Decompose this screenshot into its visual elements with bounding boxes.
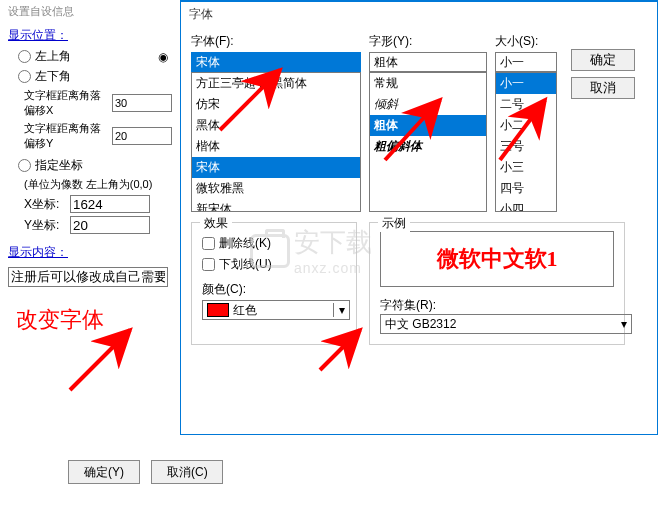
list-item[interactable]: 二号 <box>496 94 556 115</box>
color-name: 红色 <box>233 302 257 319</box>
position-group-label: 显示位置： <box>8 27 172 44</box>
x-input[interactable] <box>70 195 150 213</box>
offset-x-input[interactable] <box>112 94 172 112</box>
radio-bottomleft-label: 左下角 <box>35 68 71 85</box>
radio-coord[interactable] <box>18 159 31 172</box>
dialog-buttons: 确定 取消 <box>571 49 635 212</box>
y-coord-row: Y坐标: <box>24 216 172 234</box>
sample-title: 示例 <box>378 215 410 232</box>
list-item[interactable]: 小三 <box>496 157 556 178</box>
bottom-buttons: 确定(Y) 取消(C) <box>68 460 231 484</box>
offset-y-label: 文字框距离角落偏移Y <box>24 121 110 151</box>
offset-y-input[interactable] <box>112 127 172 145</box>
annotation-change-font: 改变字体 <box>16 305 104 335</box>
list-item[interactable]: 常规 <box>370 73 486 94</box>
size-list[interactable]: 小一二号小二三号小三四号小四 <box>495 72 557 212</box>
radio-topleft-row[interactable]: 左上角 ◉ <box>18 48 172 65</box>
coord-hint: (单位为像数 左上角为(0,0) <box>24 177 172 192</box>
underline-label: 下划线(U) <box>219 256 272 273</box>
radio-coord-label: 指定坐标 <box>35 157 83 174</box>
sample-box: 微软中文软1 <box>380 231 614 287</box>
charset-select[interactable]: 中文 GB2312 ▾ <box>380 314 632 334</box>
font-name-input[interactable] <box>191 52 361 72</box>
content-group-label: 显示内容： <box>8 244 172 261</box>
radio-bottomleft[interactable] <box>18 70 31 83</box>
sample-text: 微软中文软1 <box>437 244 558 274</box>
content-input[interactable] <box>8 267 168 287</box>
radio-bottomleft-row[interactable]: 左下角 <box>18 68 172 85</box>
radio-topleft[interactable] <box>18 50 31 63</box>
list-item[interactable]: 黑体 <box>192 115 360 136</box>
list-item[interactable]: 楷体 <box>192 136 360 157</box>
x-coord-row: X坐标: <box>24 195 172 213</box>
radio-coord-row[interactable]: 指定坐标 <box>18 157 172 174</box>
list-item[interactable]: 小四 <box>496 199 556 212</box>
list-item[interactable]: 粗体 <box>370 115 486 136</box>
dialog-ok-button[interactable]: 确定 <box>571 49 635 71</box>
settings-panel: 设置自设信息 显示位置： 左上角 ◉ 左下角 文字框距离角落偏移X 文字框距离角… <box>0 0 180 507</box>
charset-value: 中文 GB2312 <box>385 316 456 333</box>
chevron-down-icon[interactable]: ▾ <box>333 303 349 317</box>
underline-row[interactable]: 下划线(U) <box>202 256 346 273</box>
style-list[interactable]: 常规倾斜粗体粗偏斜体 <box>369 72 487 212</box>
list-item[interactable]: 宋体 <box>192 157 360 178</box>
list-item[interactable]: 倾斜 <box>370 94 486 115</box>
font-list[interactable]: 方正三亭超 田黑简体仿宋黑体楷体宋体微软雅黑新宋体 <box>191 72 361 212</box>
strike-label: 删除线(K) <box>219 235 271 252</box>
list-item[interactable]: 小一 <box>496 73 556 94</box>
sample-group: 示例 微软中文软1 字符集(R): 中文 GB2312 ▾ <box>369 222 625 345</box>
strike-checkbox[interactable] <box>202 237 215 250</box>
list-item[interactable]: 仿宋 <box>192 94 360 115</box>
style-column: 字形(Y): 常规倾斜粗体粗偏斜体 <box>369 33 487 212</box>
style-label: 字形(Y): <box>369 33 487 50</box>
color-label: 颜色(C): <box>202 281 346 298</box>
cancel-button[interactable]: 取消(C) <box>151 460 223 484</box>
underline-checkbox[interactable] <box>202 258 215 271</box>
ok-button[interactable]: 确定(Y) <box>68 460 140 484</box>
size-column: 大小(S): 小一二号小二三号小三四号小四 <box>495 33 557 212</box>
window-title: 设置自设信息 <box>8 4 172 19</box>
y-input[interactable] <box>70 216 150 234</box>
x-label: X坐标: <box>24 196 70 213</box>
offset-x-row: 文字框距离角落偏移X <box>24 88 172 118</box>
list-item[interactable]: 小二 <box>496 115 556 136</box>
font-label: 字体(F): <box>191 33 361 50</box>
list-item[interactable]: 新宋体 <box>192 199 360 212</box>
size-label: 大小(S): <box>495 33 557 50</box>
font-dialog-title: 字体 <box>181 2 657 27</box>
list-item[interactable]: 方正三亭超 田黑简体 <box>192 73 360 94</box>
effects-title: 效果 <box>200 215 232 232</box>
effects-group: 效果 删除线(K) 下划线(U) 颜色(C): 红色 ▾ <box>191 222 357 345</box>
offset-y-row: 文字框距离角落偏移Y <box>24 121 172 151</box>
chevron-down-icon[interactable]: ▾ <box>621 317 627 331</box>
charset-row: 字符集(R): 中文 GB2312 ▾ <box>380 297 614 334</box>
size-input[interactable] <box>495 52 557 72</box>
radio-topleft-label: 左上角 <box>35 48 71 65</box>
list-item[interactable]: 四号 <box>496 178 556 199</box>
charset-label: 字符集(R): <box>380 297 614 314</box>
y-label: Y坐标: <box>24 217 70 234</box>
font-column: 字体(F): 方正三亭超 田黑简体仿宋黑体楷体宋体微软雅黑新宋体 <box>191 33 361 212</box>
font-dialog: 字体 字体(F): 方正三亭超 田黑简体仿宋黑体楷体宋体微软雅黑新宋体 字形(Y… <box>180 0 658 435</box>
offset-x-label: 文字框距离角落偏移X <box>24 88 110 118</box>
strike-row[interactable]: 删除线(K) <box>202 235 346 252</box>
dialog-cancel-button[interactable]: 取消 <box>571 77 635 99</box>
color-combo[interactable]: 红色 ▾ <box>202 300 350 320</box>
list-item[interactable]: 微软雅黑 <box>192 178 360 199</box>
style-input[interactable] <box>369 52 487 72</box>
list-item[interactable]: 三号 <box>496 136 556 157</box>
list-item[interactable]: 粗偏斜体 <box>370 136 486 157</box>
color-swatch <box>207 303 229 317</box>
